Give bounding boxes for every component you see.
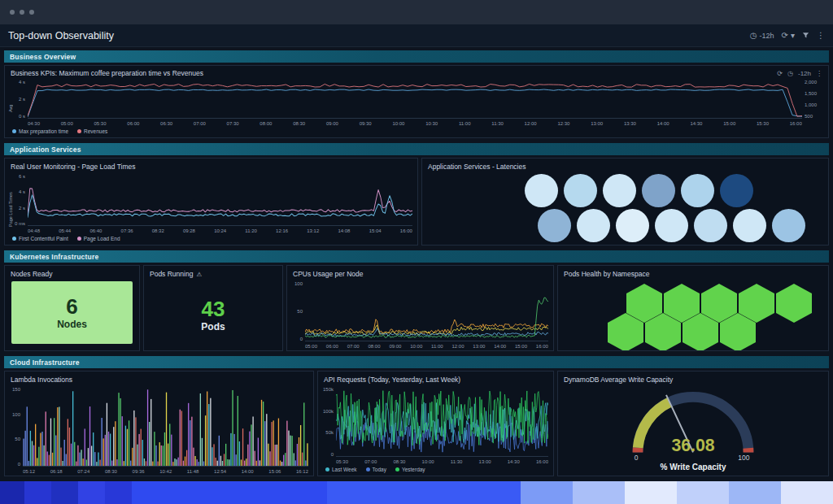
kebab-menu-icon[interactable]: ⋮ (816, 70, 822, 77)
tick-label: 07:00 (364, 459, 377, 464)
panel-nodes-ready: Nodes Ready 6 Nodes (4, 265, 140, 351)
panel-header: Nodes Ready (5, 266, 139, 280)
tick-label: 100 (8, 412, 20, 417)
window-dot[interactable] (29, 10, 34, 15)
panel-lambda: Lambda Invocations 150100500 05:1206:180… (4, 371, 314, 476)
legend-item[interactable]: Yesterday (395, 467, 425, 472)
section-header-apps[interactable]: Application Services (4, 143, 829, 155)
latency-bubble[interactable] (733, 209, 766, 242)
latency-bubble[interactable] (720, 174, 753, 207)
legend-item[interactable]: Last Week (325, 467, 357, 472)
tick-label: 11:30 (491, 121, 504, 126)
tick-label: 1,500 (805, 91, 823, 96)
chart-area: Avg 4 s2 s0 s 04:3005:0005:3006:0006:300… (5, 78, 828, 128)
legend-item[interactable]: Max preparation time (12, 128, 68, 134)
panel-pods-running: Pods Running ⚠ 43 Pods (143, 265, 283, 351)
warning-icon[interactable]: ⚠ (196, 271, 202, 278)
panel-header: DynamoDB Average Write Capacity (558, 371, 828, 385)
latency-bubble[interactable] (772, 209, 805, 242)
tick-label: 06:00 (127, 121, 139, 126)
tick-label: 16:12 (296, 469, 308, 474)
dashboard-header: Top-down Observability ◷ -12h ⟳ ▾ ⋮ (0, 24, 833, 47)
tick-label: 07:36 (121, 228, 133, 233)
tick-label: 05:00 (61, 121, 73, 126)
tick-label: 14:00 (657, 121, 669, 126)
tick-label: 08:30 (293, 121, 305, 126)
chart-series-line (28, 195, 412, 218)
strip-segment (573, 481, 625, 504)
latency-bubble[interactable] (655, 209, 688, 242)
legend-item[interactable]: First Contentful Paint (12, 236, 68, 241)
lambda-bar-chart (23, 387, 308, 467)
y-axis-left: 6 s4 s2 s0 ms (13, 174, 28, 235)
legend-item[interactable]: Page Load End (77, 236, 120, 241)
refresh-button[interactable]: ⟳ ▾ (782, 32, 795, 40)
chart-area: 150k100k50k0 05:3007:0008:3010:0011:3013… (318, 385, 553, 466)
chart-series-line (28, 189, 412, 215)
panel-header: Pods Health by Namespace (558, 266, 828, 280)
tick-label: 150k (321, 387, 334, 392)
tick-label: 05:30 (94, 121, 107, 126)
panel-title: Lambda Invocations (11, 376, 72, 384)
tick-label: 08:00 (369, 344, 381, 349)
tick-label: 15:00 (723, 121, 735, 126)
latency-bubble[interactable] (525, 174, 558, 207)
tick-label: 06:30 (160, 121, 172, 126)
latency-bubble[interactable] (577, 209, 610, 242)
legend-item[interactable]: Today (366, 467, 386, 472)
tick-label: 11:20 (245, 228, 257, 233)
tick-label: 10:00 (410, 344, 422, 349)
tick-label: 0 (8, 462, 20, 467)
latency-bubble[interactable] (603, 174, 636, 207)
refresh-icon[interactable]: ⟳ (777, 70, 783, 77)
strip-segment (625, 481, 677, 504)
legend-swatch (12, 129, 16, 133)
section-header-business[interactable]: Business Overview (4, 50, 829, 63)
tick-label: 500 (805, 114, 823, 119)
latency-bubble[interactable] (642, 174, 675, 207)
section-header-k8s[interactable]: Kubernetes Infrastructure (4, 250, 829, 263)
window-dot[interactable] (20, 10, 24, 15)
section-header-cloud[interactable]: Cloud Infrastructure (4, 356, 829, 368)
latency-bubble[interactable] (616, 209, 649, 242)
section-label: Business Overview (10, 53, 76, 61)
dashboard-content: Business Overview Business KPIs: Maximum… (0, 47, 833, 476)
tick-label: 2 s (13, 206, 25, 211)
strip-segment (0, 481, 24, 504)
bubble-row (525, 174, 828, 207)
time-range-control[interactable]: ◷ -12h (750, 32, 774, 40)
tick-label: 10:42 (159, 469, 172, 474)
tick-label: 11:48 (187, 469, 199, 474)
tick-label: 11:00 (459, 121, 471, 126)
cpu-line-chart (305, 281, 548, 341)
tick-label: 08:32 (152, 228, 164, 233)
latency-bubble[interactable] (681, 174, 714, 207)
y-axis-left: 4 s2 s0 s (13, 80, 28, 128)
strip-segment (51, 481, 78, 504)
legend-swatch (12, 237, 16, 241)
tick-label: 0 ms (13, 221, 25, 226)
chart-legend: Last WeekTodayYesterday (318, 466, 553, 476)
rum-line-chart (28, 174, 412, 226)
filter-button[interactable] (802, 32, 809, 39)
y-axis-left: 150k100k50k0 (321, 387, 336, 466)
tick-label: 14:08 (338, 228, 350, 233)
latency-bubble[interactable] (694, 209, 727, 242)
panel-latencies: Application Services - Latencies (421, 158, 829, 245)
tick-label: 04:30 (28, 121, 40, 126)
tick-label: 0 (290, 337, 303, 341)
kebab-menu-button[interactable]: ⋮ (817, 32, 825, 40)
tick-label: 08:30 (393, 459, 405, 464)
legend-item[interactable]: Revenues (77, 128, 107, 134)
panel-title: DynamoDB Average Write Capacity (564, 376, 673, 384)
tick-label: 15:06 (268, 469, 281, 474)
tick-label: 13:00 (479, 459, 491, 464)
latency-bubble[interactable] (538, 209, 571, 242)
panel-time-badge[interactable]: -12h (798, 70, 811, 77)
latency-bubble[interactable] (564, 174, 597, 207)
chart-legend: First Contentful PaintPage Load End (5, 235, 417, 245)
pods-unit: Pods (201, 321, 225, 332)
gauge-unit-label: % Write Capacity (661, 463, 726, 471)
chart-legend: Max preparation timeRevenues (5, 128, 828, 137)
window-dot[interactable] (10, 10, 15, 15)
